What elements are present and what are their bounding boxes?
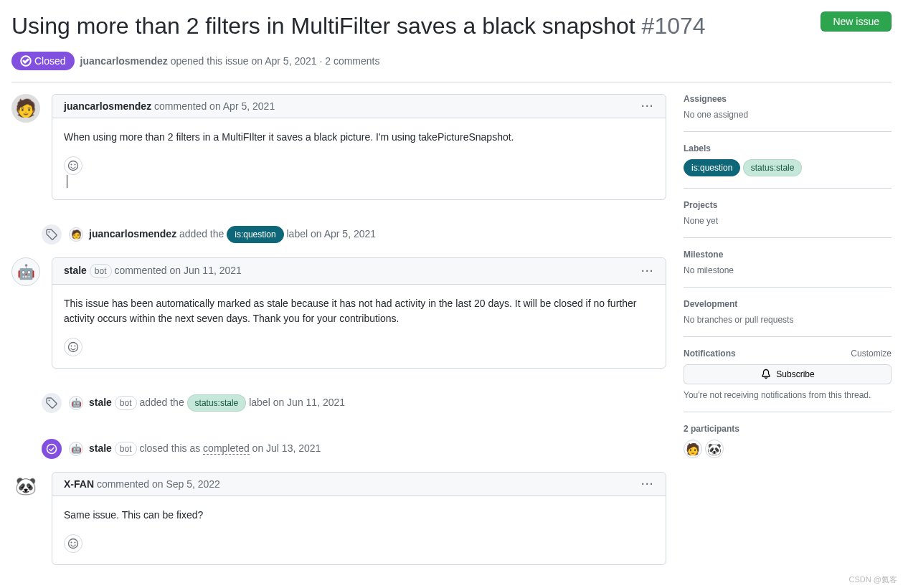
comment-author-link[interactable]: juancarlosmendez xyxy=(64,100,151,112)
label-pill[interactable]: is:question xyxy=(684,159,740,176)
svg-point-10 xyxy=(69,539,78,549)
development-heading[interactable]: Development xyxy=(684,299,892,309)
label-pill[interactable]: status:stale xyxy=(743,159,803,176)
svg-point-5 xyxy=(69,343,78,352)
avatar[interactable]: 🧑 xyxy=(69,227,83,242)
tag-icon xyxy=(40,392,63,414)
comment-body: When using more than 2 filters in a Mult… xyxy=(52,118,666,156)
comment-author-link[interactable]: X-FAN xyxy=(64,478,94,490)
issue-author-link[interactable]: juancarlosmendez xyxy=(80,55,168,67)
avatar[interactable]: 🧑 xyxy=(11,94,40,123)
kebab-icon[interactable]: ··· xyxy=(641,100,654,112)
text-cursor xyxy=(67,175,67,188)
development-value: No branches or pull requests xyxy=(684,315,892,325)
assignees-heading[interactable]: Assignees xyxy=(684,94,892,104)
svg-point-8 xyxy=(49,400,50,402)
timeline-event: 🤖 stale bot added the status:stale label… xyxy=(40,380,666,426)
add-reaction-button[interactable] xyxy=(64,156,82,175)
avatar[interactable]: 🐼 xyxy=(11,472,40,501)
bot-badge: bot xyxy=(115,396,137,410)
issue-title: Using more than 2 filters in MultiFilter… xyxy=(11,11,706,40)
kebab-icon[interactable]: ··· xyxy=(641,265,654,277)
closed-as-link[interactable]: completed xyxy=(203,442,250,455)
smiley-icon xyxy=(67,538,79,549)
closed-icon xyxy=(40,437,63,460)
event-actor-link[interactable]: stale xyxy=(89,442,112,454)
comment: juancarlosmendez commented on Apr 5, 202… xyxy=(52,94,666,200)
tag-icon xyxy=(40,223,63,246)
issue-number: #1074 xyxy=(642,13,706,39)
check-circle-icon xyxy=(20,55,32,67)
comment-body: Same issue. This can be fixed? xyxy=(52,496,666,534)
smiley-icon xyxy=(67,341,79,353)
svg-point-4 xyxy=(49,232,50,233)
notifications-heading: Notifications xyxy=(684,348,736,359)
bot-badge: bot xyxy=(115,442,137,456)
bot-badge: bot xyxy=(90,264,112,278)
smiley-icon xyxy=(67,160,79,171)
comment: X-FAN commented on Sep 5, 2022 ··· Same … xyxy=(52,472,666,565)
avatar[interactable]: 🤖 xyxy=(69,396,83,410)
svg-point-2 xyxy=(71,164,72,166)
add-reaction-button[interactable] xyxy=(64,534,82,553)
issue-meta: juancarlosmendez opened this issue on Ap… xyxy=(80,55,380,67)
comment: stale bot commented on Jun 11, 2021 ··· … xyxy=(52,257,666,369)
label-pill[interactable]: status:stale xyxy=(187,394,247,412)
timeline-event: 🤖 stale bot closed this as completed on … xyxy=(40,426,666,472)
participants-heading: 2 participants xyxy=(684,424,892,434)
watermark: CSDN @氦客 xyxy=(849,574,897,585)
notifications-note: You're not receiving notifications from … xyxy=(684,390,892,400)
milestone-value: No milestone xyxy=(684,265,892,275)
avatar[interactable]: 🤖 xyxy=(69,442,83,456)
kebab-icon[interactable]: ··· xyxy=(641,478,654,490)
bell-icon xyxy=(760,369,772,380)
comment-date[interactable]: on Sep 5, 2022 xyxy=(152,478,220,490)
svg-point-9 xyxy=(47,445,57,454)
comment-body: This issue has been automatically marked… xyxy=(52,285,666,338)
svg-point-6 xyxy=(71,346,72,347)
timeline-event: 🧑 juancarlosmendez added the is:question… xyxy=(40,212,666,257)
label-pill[interactable]: is:question xyxy=(227,226,283,243)
projects-value: None yet xyxy=(684,216,892,226)
avatar[interactable]: 🤖 xyxy=(11,257,40,286)
svg-point-12 xyxy=(75,542,76,544)
customize-link[interactable]: Customize xyxy=(851,348,892,359)
labels-heading[interactable]: Labels xyxy=(684,143,892,153)
status-badge: Closed xyxy=(11,52,75,70)
discussion-timeline: 🧑 juancarlosmendez commented on Apr 5, 2… xyxy=(11,94,666,577)
svg-point-1 xyxy=(69,161,78,171)
comment-date[interactable]: on Apr 5, 2021 xyxy=(209,100,275,112)
participant-avatar[interactable]: 🧑 xyxy=(684,440,702,458)
sidebar: Assignees No one assigned Labels is:ques… xyxy=(684,94,892,577)
event-actor-link[interactable]: juancarlosmendez xyxy=(89,228,176,240)
assignees-value: No one assigned xyxy=(684,110,892,120)
svg-point-11 xyxy=(71,542,72,544)
participant-avatar[interactable]: 🐼 xyxy=(705,440,724,458)
comment-author-link[interactable]: stale xyxy=(64,265,87,276)
milestone-heading[interactable]: Milestone xyxy=(684,250,892,260)
subscribe-button[interactable]: Subscribe xyxy=(684,364,892,384)
projects-heading[interactable]: Projects xyxy=(684,200,892,210)
svg-point-3 xyxy=(75,164,76,166)
new-issue-button[interactable]: New issue xyxy=(821,11,892,32)
event-actor-link[interactable]: stale xyxy=(89,397,112,408)
comment-date[interactable]: on Jun 11, 2021 xyxy=(169,265,241,276)
add-reaction-button[interactable] xyxy=(64,338,82,356)
svg-point-7 xyxy=(75,346,76,347)
